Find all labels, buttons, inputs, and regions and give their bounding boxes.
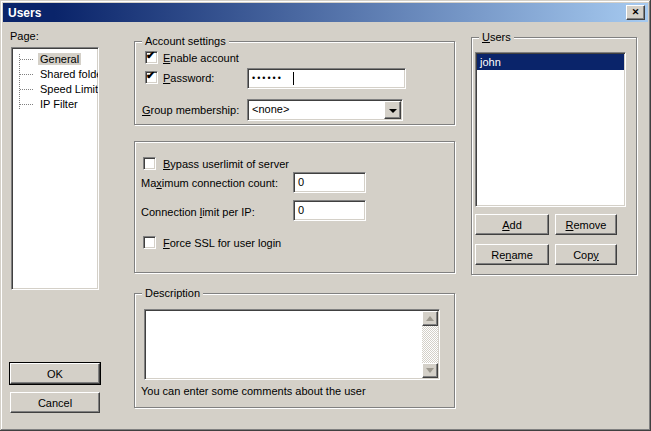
connection-limit-input[interactable]: 0 <box>293 200 366 221</box>
force-ssl-label: Force SSL for user login <box>163 237 281 250</box>
users-dialog: Users ✕ Page: General Shared folders Spe… <box>0 0 651 431</box>
arrow-down-icon <box>426 368 434 373</box>
users-group: Users john Add Remove Rename Copy <box>471 37 637 275</box>
bypass-userlimit-label: Bypass userlimit of server <box>163 158 289 171</box>
password-checkbox[interactable]: ✔ <box>145 71 158 84</box>
copy-button-label: Copy <box>573 249 599 261</box>
cancel-button[interactable]: Cancel <box>10 392 100 413</box>
connection-limit-value: 0 <box>298 204 304 217</box>
password-label: Password: <box>163 72 214 85</box>
connection-limit-label: Connection limit per IP: <box>141 206 255 219</box>
close-icon: ✕ <box>632 8 640 17</box>
list-item-user[interactable]: john <box>477 54 624 70</box>
group-membership-label: Group membership: <box>142 104 239 117</box>
tree-item-label: IP Filter <box>38 98 80 110</box>
sidebar-item-general[interactable]: General <box>12 52 98 67</box>
account-settings-group: Account settings ✔ Enable account ✔ Pass… <box>134 41 455 125</box>
rename-button-label: Rename <box>491 249 533 261</box>
ok-button-label: OK <box>47 368 63 380</box>
tree-item-label: General <box>38 53 81 65</box>
sidebar-item-shared-folders[interactable]: Shared folders <box>12 67 98 82</box>
ok-button[interactable]: OK <box>10 363 100 384</box>
rename-user-button[interactable]: Rename <box>475 244 549 265</box>
add-user-button[interactable]: Add <box>475 214 549 235</box>
text-caret <box>293 72 294 85</box>
group-membership-select[interactable]: <none> <box>247 99 403 121</box>
tree-item-label: Shared folders <box>38 68 99 80</box>
enable-account-checkbox[interactable]: ✔ <box>145 51 158 64</box>
max-connection-label: Maximum connection count: <box>141 177 278 190</box>
password-value: •••••• <box>252 72 283 85</box>
check-icon: ✔ <box>146 49 155 62</box>
description-hint: You can enter some comments about the us… <box>141 385 366 398</box>
description-group: Description You can enter some comments … <box>134 293 455 408</box>
sidebar-item-speed-limits[interactable]: Speed Limits <box>12 82 98 97</box>
arrow-up-icon <box>426 316 434 321</box>
title-bar[interactable]: Users ✕ <box>3 3 648 22</box>
check-icon: ✔ <box>146 69 155 82</box>
remove-button-label: Remove <box>566 219 607 231</box>
enable-account-label: Enable account <box>163 52 239 65</box>
group-membership-value: <none> <box>252 103 289 116</box>
description-textarea[interactable] <box>144 309 440 380</box>
add-button-label: Add <box>502 219 522 231</box>
user-name: john <box>480 56 501 68</box>
account-settings-title: Account settings <box>142 35 229 48</box>
scroll-up-button[interactable] <box>422 311 438 326</box>
copy-user-button[interactable]: Copy <box>555 244 617 265</box>
limits-group: ✔ Bypass userlimit of server Maximum con… <box>134 141 455 273</box>
scroll-down-button[interactable] <box>422 363 438 378</box>
window-title: Users <box>8 6 41 20</box>
page-tree[interactable]: General Shared folders Speed Limits IP F… <box>11 47 99 290</box>
force-ssl-checkbox[interactable]: ✔ <box>143 236 156 249</box>
cancel-button-label: Cancel <box>38 397 72 409</box>
description-scrollbar[interactable] <box>422 311 438 378</box>
bypass-userlimit-checkbox[interactable]: ✔ <box>143 157 156 170</box>
remove-user-button[interactable]: Remove <box>555 214 617 235</box>
page-label: Page: <box>10 30 39 43</box>
chevron-down-icon <box>389 109 397 113</box>
sidebar-item-ip-filter[interactable]: IP Filter <box>12 97 98 112</box>
password-input[interactable]: •••••• <box>247 68 406 89</box>
close-button[interactable]: ✕ <box>626 5 645 20</box>
max-connection-value: 0 <box>298 176 304 189</box>
users-group-title: Users <box>479 31 514 44</box>
description-title: Description <box>142 287 203 300</box>
tree-item-label: Speed Limits <box>38 83 99 95</box>
max-connection-input[interactable]: 0 <box>293 172 366 193</box>
dropdown-button[interactable] <box>384 101 401 119</box>
users-list[interactable]: john <box>475 52 626 207</box>
